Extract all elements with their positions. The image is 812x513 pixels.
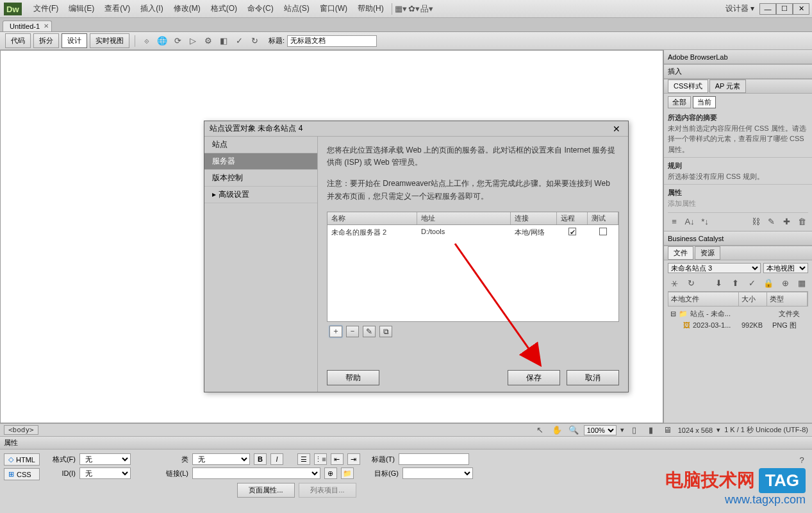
panel-business-catalyst[interactable]: Business Catalyst	[664, 231, 812, 246]
id-select[interactable]: 无	[79, 467, 131, 479]
italic-button[interactable]: I	[270, 453, 283, 465]
col-address[interactable]: 地址	[417, 212, 511, 224]
desktop-icon[interactable]: 🖥	[661, 424, 674, 437]
view-select[interactable]: 本地视图	[763, 263, 808, 273]
expand-icon[interactable]: ▦	[795, 277, 808, 290]
connect-icon[interactable]: ⚹	[668, 277, 681, 290]
hand-icon[interactable]: ✋	[551, 424, 563, 437]
point-to-file-icon[interactable]: ⊕	[324, 467, 337, 479]
browse-icon[interactable]: 📁	[341, 467, 354, 479]
tablet-icon[interactable]: ▮	[645, 424, 658, 437]
pointer-icon[interactable]: ↖	[534, 424, 547, 437]
close-button[interactable]: ✕	[793, 3, 809, 15]
help-icon[interactable]: ?	[795, 453, 808, 466]
file-item-row[interactable]: 🖼 2023-03-1... 992KB PNG 图	[669, 319, 807, 332]
browser-icon[interactable]: 🌐	[156, 35, 169, 47]
menu-window[interactable]: 窗口(W)	[315, 1, 352, 17]
nav-site[interactable]: 站点	[204, 137, 317, 153]
link-select[interactable]	[192, 467, 320, 479]
dialog-close-button[interactable]: ✕	[610, 124, 623, 134]
menu-edit[interactable]: 编辑(E)	[63, 1, 99, 17]
file-root-row[interactable]: ⊟ 📁 站点 - 未命... 文件夹	[669, 308, 807, 320]
code-view-button[interactable]: 代码	[5, 33, 31, 48]
show-category-icon[interactable]: ≡	[668, 215, 681, 228]
cell-test[interactable]	[588, 226, 618, 239]
col-type[interactable]: 类型	[767, 292, 808, 306]
canvas-dims[interactable]: 1024 x 568	[678, 426, 713, 434]
nav-advanced[interactable]: ▸高级设置	[204, 187, 317, 203]
save-button[interactable]: 保存	[508, 370, 560, 385]
visual-aids-icon[interactable]: ◧	[217, 35, 230, 47]
cascade-icon[interactable]: *↓	[699, 215, 711, 228]
maximize-button[interactable]: ☐	[776, 3, 793, 15]
put-icon[interactable]: ⬆	[729, 277, 742, 290]
indent-button[interactable]: ⇥	[347, 453, 360, 465]
reload-icon[interactable]: ↻	[248, 35, 261, 47]
panel-insert[interactable]: 插入	[664, 65, 812, 79]
cell-remote[interactable]: ✔	[557, 226, 588, 239]
tab-files[interactable]: 文件	[668, 246, 693, 260]
page-properties-button[interactable]: 页面属性...	[237, 483, 295, 498]
delete-rule-icon[interactable]: 🗑	[795, 215, 808, 228]
properties-header[interactable]: 属性	[0, 437, 812, 450]
format-select[interactable]: 无	[79, 453, 131, 465]
expand-minus-icon[interactable]: ⊟	[670, 308, 676, 319]
menu-help[interactable]: 帮助(H)	[352, 1, 389, 17]
bold-button[interactable]: B	[254, 453, 267, 465]
tag-selector[interactable]: <body>	[4, 425, 38, 435]
checkout-icon[interactable]: ✓	[745, 277, 758, 290]
title-attr-input[interactable]	[399, 453, 469, 465]
duplicate-server-button[interactable]: ⧉	[379, 326, 392, 337]
remove-server-button[interactable]: －	[346, 326, 359, 337]
zoom-select[interactable]: 100%	[584, 425, 617, 435]
link-icon[interactable]: ⛓	[749, 215, 762, 228]
tab-assets[interactable]: 资源	[695, 246, 720, 260]
extend-icon[interactable]: ✿▾	[408, 3, 420, 15]
new-rule-icon[interactable]: ✎	[765, 215, 777, 228]
validate-icon[interactable]: ✓	[233, 35, 245, 47]
col-remote[interactable]: 远程	[557, 212, 588, 224]
col-name[interactable]: 名称	[327, 212, 417, 224]
cancel-button[interactable]: 取消	[567, 370, 619, 385]
col-size[interactable]: 大小	[739, 292, 767, 306]
layout-icon[interactable]: ▦▾	[395, 3, 408, 15]
server-row[interactable]: 未命名的服务器 2 D:/tools 本地/网络 ✔	[327, 225, 618, 240]
menu-view[interactable]: 查看(V)	[99, 1, 135, 17]
zoom-icon[interactable]: 🔍	[567, 424, 580, 437]
tab-css-styles[interactable]: CSS样式	[668, 80, 708, 93]
edit-rule-icon[interactable]: ✚	[780, 215, 793, 228]
add-server-button[interactable]: ＋	[329, 326, 342, 337]
help-button[interactable]: 帮助	[327, 370, 379, 385]
live-view-button[interactable]: 实时视图	[90, 33, 129, 48]
menu-insert[interactable]: 插入(I)	[135, 1, 168, 17]
css-current-button[interactable]: 当前	[693, 96, 716, 108]
options-icon[interactable]: ⚙	[202, 35, 215, 47]
nav-version-control[interactable]: 版本控制	[204, 170, 317, 187]
site-icon[interactable]: 品▾	[420, 3, 433, 15]
doc-tab[interactable]: Untitled-1 ✕	[3, 21, 52, 31]
menu-modify[interactable]: 修改(M)	[169, 1, 206, 17]
menu-commands[interactable]: 命令(C)	[242, 1, 279, 17]
refresh-icon[interactable]: ⟳	[171, 35, 184, 47]
outdent-button[interactable]: ⇤	[331, 453, 344, 465]
menu-format[interactable]: 格式(O)	[206, 1, 242, 17]
minimize-button[interactable]: —	[759, 3, 776, 15]
tab-ap-elements[interactable]: AP 元素	[709, 80, 747, 93]
ol-button[interactable]: ⋮≡	[314, 453, 327, 465]
menu-site[interactable]: 站点(S)	[279, 1, 315, 17]
css-all-button[interactable]: 全部	[668, 96, 691, 108]
screen-icon[interactable]: ▯	[628, 424, 641, 437]
target-select[interactable]	[402, 467, 473, 479]
html-mode-button[interactable]: ◇HTML	[4, 453, 40, 466]
col-connection[interactable]: 连接	[511, 212, 557, 224]
menu-file[interactable]: 文件(F)	[28, 1, 63, 17]
css-mode-button[interactable]: ⊞CSS	[4, 468, 40, 480]
sort-icon[interactable]: A↓	[683, 215, 696, 228]
class-select[interactable]: 无	[192, 453, 250, 465]
nav-servers[interactable]: 服务器	[204, 153, 317, 170]
checkin-icon[interactable]: 🔒	[762, 277, 775, 290]
get-icon[interactable]: ⬇	[712, 277, 725, 290]
edit-server-button[interactable]: ✎	[363, 326, 376, 337]
site-select[interactable]: 未命名站点 3	[668, 263, 761, 273]
col-test[interactable]: 测试	[588, 212, 618, 224]
